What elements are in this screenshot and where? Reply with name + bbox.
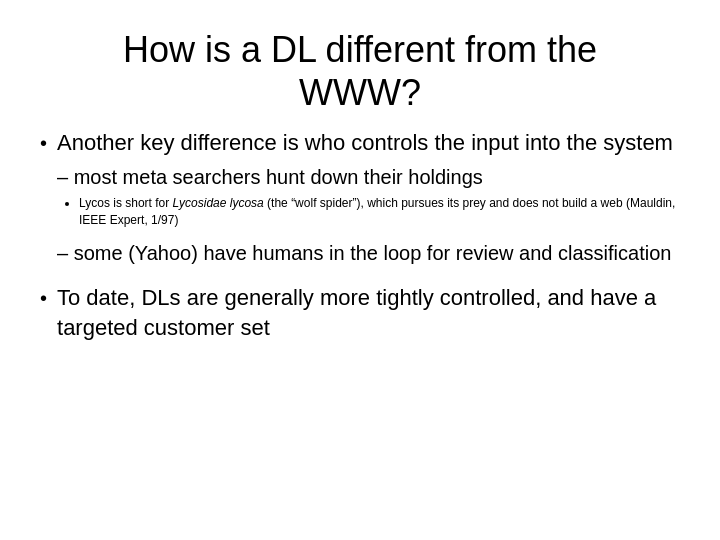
sub-list-1: – most meta searchers hunt down their ho… — [57, 164, 680, 267]
sub-text-1-1: – most meta searchers hunt down their ho… — [57, 166, 483, 188]
sub-item-1-1: – most meta searchers hunt down their ho… — [57, 164, 680, 234]
slide: How is a DL different from the WWW? • An… — [0, 0, 720, 540]
bullet-dot-1: • — [40, 129, 47, 157]
sub-content-1-1: – most meta searchers hunt down their ho… — [57, 164, 680, 234]
bullet-text-2: To date, DLs are generally more tightly … — [57, 285, 656, 340]
bullet-text-1: Another key difference is who controls t… — [57, 130, 673, 155]
main-bullet-list: • Another key difference is who controls… — [40, 128, 680, 352]
sub-sub-item-1-1-1: Lycos is short for Lycosidae lycosa (the… — [79, 195, 680, 230]
sub-content-1-2: – some (Yahoo) have humans in the loop f… — [57, 240, 671, 267]
slide-title: How is a DL different from the WWW? — [40, 28, 680, 114]
sub-item-1-2: – some (Yahoo) have humans in the loop f… — [57, 240, 680, 267]
bullet-content-1: Another key difference is who controls t… — [57, 128, 680, 272]
title-line1: How is a DL different from the — [123, 29, 597, 70]
sub-sub-list-1-1: Lycos is short for Lycosidae lycosa (the… — [57, 195, 680, 230]
sub-text-1-2: – some (Yahoo) have humans in the loop f… — [57, 242, 671, 264]
bullet-content-2: To date, DLs are generally more tightly … — [57, 283, 680, 342]
sub-sub-text-lycos: Lycos is short for Lycosidae lycosa (the… — [79, 196, 675, 227]
bullet-item-1: • Another key difference is who controls… — [40, 128, 680, 272]
bullet-item-2: • To date, DLs are generally more tightl… — [40, 283, 680, 342]
title-line2: WWW? — [299, 72, 421, 113]
bullet-dot-2: • — [40, 284, 47, 312]
